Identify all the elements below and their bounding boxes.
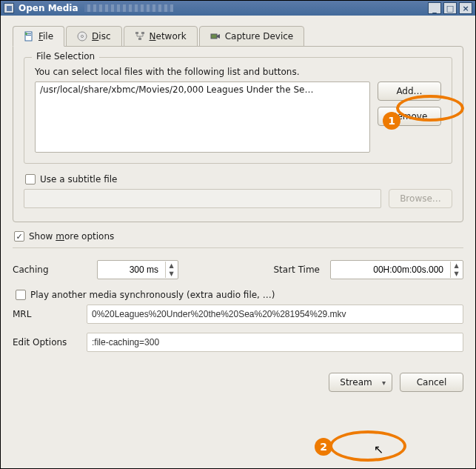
network-icon: [135, 31, 145, 41]
svg-rect-2: [26, 35, 31, 36]
more-options-panel: Caching ▲▼ Start Time ▲▼ Play another me…: [13, 247, 463, 352]
caching-down[interactable]: ▼: [165, 270, 177, 278]
close-button[interactable]: ×: [459, 2, 472, 14]
annotation-ellipse-2: [329, 430, 406, 462]
minimize-button[interactable]: _: [428, 2, 441, 14]
tab-bar: File Disc Network Capture Device: [13, 26, 463, 47]
play-sync-checkbox[interactable]: [16, 290, 26, 300]
file-selection-hint: You can select local files with the foll…: [35, 67, 441, 77]
dialog-footer: Stream Cancel: [1, 373, 475, 402]
capture-icon: [210, 31, 221, 41]
tab-file-label: File: [38, 31, 53, 41]
svg-point-5: [81, 36, 84, 38]
caching-label: Caching: [13, 265, 87, 275]
play-sync-row[interactable]: Play another media synchronously (extra …: [16, 290, 463, 300]
show-more-label: Show more options: [29, 231, 114, 242]
window-title: Open Media: [19, 3, 78, 13]
file-list[interactable]: /usr/local/share/xbmc/Movies/20,000 Leag…: [35, 82, 370, 153]
tab-capture-label: Capture Device: [225, 31, 294, 41]
svg-marker-10: [217, 34, 220, 39]
start-time-up[interactable]: ▲: [450, 262, 462, 270]
tab-network-label: Network: [150, 31, 187, 41]
tab-disc[interactable]: Disc: [66, 26, 121, 47]
window-icon: [4, 3, 14, 13]
cancel-button[interactable]: Cancel: [400, 373, 463, 392]
file-icon: [24, 31, 34, 41]
svg-rect-8: [138, 38, 141, 40]
cursor-icon: ↖: [374, 442, 383, 456]
start-time-spin[interactable]: ▲▼: [330, 260, 463, 279]
tab-file[interactable]: File: [13, 26, 64, 47]
svg-rect-9: [211, 34, 217, 39]
play-sync-label: Play another media synchronously (extra …: [30, 290, 275, 300]
subtitle-checkbox-row[interactable]: Use a subtitle file: [25, 174, 452, 184]
file-selection-group: File Selection You can select local file…: [24, 57, 452, 164]
start-time-input[interactable]: [330, 260, 463, 279]
open-media-window: Open Media _ □ × File Disc: [0, 0, 476, 469]
stream-button[interactable]: Stream: [329, 373, 392, 392]
browse-button[interactable]: Browse…: [389, 189, 452, 208]
remove-button[interactable]: Remove: [378, 107, 441, 126]
svg-rect-7: [141, 32, 144, 34]
titlebar[interactable]: Open Media _ □ ×: [1, 1, 475, 16]
disc-icon: [77, 31, 87, 41]
start-time-label: Start Time: [274, 265, 321, 275]
show-more-checkbox[interactable]: [14, 231, 24, 242]
subtitle-checkbox[interactable]: [25, 174, 36, 184]
list-item[interactable]: /usr/local/share/xbmc/Movies/20,000 Leag…: [37, 84, 368, 96]
svg-rect-6: [135, 32, 138, 34]
add-button[interactable]: Add…: [378, 82, 441, 101]
maximize-button[interactable]: □: [443, 2, 457, 14]
annotation-badge-2: 2: [315, 438, 332, 456]
mrl-label: MRL: [13, 309, 79, 319]
edit-options-label: Edit Options: [13, 337, 79, 347]
caching-up[interactable]: ▲: [165, 262, 177, 270]
start-time-down[interactable]: ▼: [450, 270, 462, 278]
tab-capture[interactable]: Capture Device: [199, 26, 305, 47]
mrl-input[interactable]: [87, 305, 463, 324]
caching-spin[interactable]: ▲▼: [97, 260, 178, 279]
tab-disc-label: Disc: [92, 31, 110, 41]
edit-options-input[interactable]: [87, 333, 463, 352]
subtitle-label: Use a subtitle file: [40, 174, 117, 184]
file-pane: File Selection You can select local file…: [13, 46, 463, 222]
show-more-row[interactable]: Show more options: [14, 231, 463, 242]
subtitle-path-input[interactable]: [24, 189, 381, 208]
titlebar-decoration: [84, 4, 173, 12]
tab-network[interactable]: Network: [124, 26, 198, 47]
file-selection-title: File Selection: [32, 51, 99, 61]
